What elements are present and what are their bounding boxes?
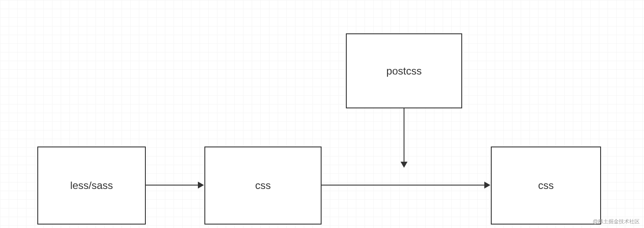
- node-postcss-label: postcss: [386, 65, 421, 77]
- node-less-sass-label: less/sass: [70, 179, 113, 192]
- node-postcss: postcss: [346, 33, 462, 108]
- arrow-line-postcss-down: [404, 108, 404, 163]
- node-css-mid-label: css: [255, 179, 271, 192]
- arrow-line-1: [146, 185, 199, 186]
- arrow-head-2: [484, 182, 490, 189]
- arrow-line-2: [322, 185, 485, 186]
- arrow-head-postcss-down: [401, 162, 407, 168]
- node-css-mid: css: [204, 147, 322, 225]
- node-css-end-label: css: [538, 179, 554, 192]
- watermark: @稀土掘金技术社区: [593, 218, 640, 225]
- node-css-end: css: [491, 147, 601, 225]
- node-less-sass: less/sass: [37, 147, 146, 225]
- arrow-head-1: [198, 182, 204, 189]
